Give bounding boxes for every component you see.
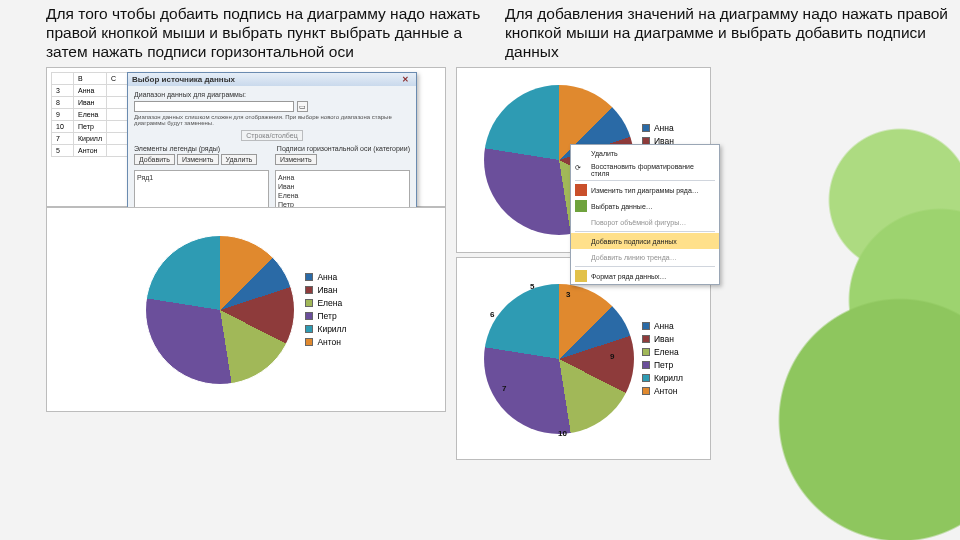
legend-swatch	[305, 312, 313, 320]
legend-label: Иван	[317, 285, 337, 295]
legend-item: Иван	[305, 285, 346, 295]
legend-item: Анна	[305, 272, 346, 282]
legend-swatch	[642, 387, 650, 395]
legend-item: Елена	[642, 347, 683, 357]
legend-label: Иван	[654, 334, 674, 344]
legend-item: Антон	[305, 337, 346, 347]
legend-label: Антон	[317, 337, 341, 347]
pie-panel-context: АннаИванЕленаПетрКириллАнтон Удалить ⟳Во…	[456, 67, 711, 253]
legend-swatch	[305, 299, 313, 307]
headings: Для того чтобы добаить подпись на диагра…	[46, 4, 950, 61]
label-6: 6	[490, 310, 494, 319]
legend-label: Анна	[654, 321, 674, 331]
legend-swatch	[305, 286, 313, 294]
ctx-delete[interactable]: Удалить	[571, 145, 719, 161]
legend-swatch	[642, 374, 650, 382]
legend-item: Петр	[305, 311, 346, 321]
legend-item: Кирилл	[305, 324, 346, 334]
ctx-add-data-labels[interactable]: Добавить подписи данных	[571, 233, 719, 249]
range-label: Диапазон данных для диаграммы:	[134, 91, 410, 98]
legend-plain: АннаИванЕленаПетрКириллАнтон	[305, 272, 346, 347]
range-hint: Диапазон данных слишком сложен для отобр…	[134, 114, 410, 126]
pie-panel-plain: АннаИванЕленаПетрКириллАнтон	[46, 207, 446, 412]
add-series-button[interactable]: Добавить	[134, 154, 175, 165]
heading-right: Для добавления значений на диаграмму над…	[505, 4, 950, 61]
spreadsheet-fragment: BC 3Анна 8Иван 9Елена 10Петр 7Кирилл 5Ан…	[51, 72, 129, 157]
close-icon[interactable]: ✕	[399, 75, 412, 84]
ctx-select-data[interactable]: Выбрать данные…	[571, 198, 719, 214]
range-input[interactable]	[134, 101, 294, 112]
ctx-reset-format[interactable]: ⟳Восстановить форматирование стиля	[571, 161, 719, 179]
format-icon	[575, 270, 587, 282]
heading-left: Для того чтобы добаить подпись на диагра…	[46, 4, 491, 61]
legend-item: Иван	[642, 334, 683, 344]
legend-swatch	[642, 124, 650, 132]
legend-label: Петр	[654, 360, 673, 370]
legend-item: Анна	[642, 123, 683, 133]
dialog-title-bar[interactable]: Выбор источника данных ✕	[128, 73, 416, 86]
legend-swatch	[642, 335, 650, 343]
dialog-panel: BC 3Анна 8Иван 9Елена 10Петр 7Кирилл 5Ан…	[46, 67, 446, 207]
dialog-title: Выбор источника данных	[132, 75, 235, 84]
pie-chart-plain[interactable]	[145, 235, 295, 385]
ctx-3d-rotation[interactable]: Поворот объёмной фигуры…	[571, 214, 719, 230]
legend-label: Елена	[317, 298, 342, 308]
label-7: 7	[502, 384, 506, 393]
pie-panel-labels: 3 5 6 7 9 10 АннаИванЕленаПетрКириллАнто…	[456, 257, 711, 460]
legend-swatch	[642, 322, 650, 330]
collapse-range-icon[interactable]: ▭	[297, 101, 308, 112]
label-10: 10	[558, 429, 567, 438]
legend-item: Елена	[305, 298, 346, 308]
edit-series-button[interactable]: Изменить	[177, 154, 219, 165]
chart-icon	[575, 184, 587, 196]
legend-swatch	[305, 273, 313, 281]
pie-chart-labels[interactable]: 3 5 6 7 9 10	[484, 284, 634, 434]
edit-axis-button[interactable]: Изменить	[275, 154, 317, 165]
legend-label: Кирилл	[317, 324, 346, 334]
switch-row-col-button[interactable]: Строка/столбец	[241, 130, 302, 141]
legend-label: Елена	[654, 347, 679, 357]
legend-label: Анна	[654, 123, 674, 133]
legend-label: Петр	[317, 311, 336, 321]
ctx-add-trendline[interactable]: Добавить линию тренда…	[571, 249, 719, 265]
label-3: 3	[566, 290, 570, 299]
legend-swatch	[305, 338, 313, 346]
label-9: 9	[610, 352, 614, 361]
ctx-change-chart-type[interactable]: Изменить тип диаграммы ряда…	[571, 182, 719, 198]
remove-series-button[interactable]: Удалить	[221, 154, 258, 165]
legend-item: Анна	[642, 321, 683, 331]
legend-label: Кирилл	[654, 373, 683, 383]
table-icon	[575, 200, 587, 212]
axis-header: Подписи горизонтальной оси (категории)	[277, 145, 410, 152]
legend-label: Антон	[654, 386, 678, 396]
context-menu[interactable]: Удалить ⟳Восстановить форматирование сти…	[570, 144, 720, 285]
reset-icon: ⟳	[575, 164, 587, 176]
legend-label: Анна	[317, 272, 337, 282]
label-5: 5	[530, 282, 534, 291]
legend-item: Кирилл	[642, 373, 683, 383]
legend-labels: АннаИванЕленаПетрКириллАнтон	[642, 321, 683, 396]
legend-swatch	[642, 361, 650, 369]
legend-item: Петр	[642, 360, 683, 370]
legend-swatch	[305, 325, 313, 333]
legend-item: Антон	[642, 386, 683, 396]
legend-swatch	[642, 348, 650, 356]
series-header: Элементы легенды (ряды)	[134, 145, 220, 152]
ctx-format-series[interactable]: Формат ряда данных…	[571, 268, 719, 284]
